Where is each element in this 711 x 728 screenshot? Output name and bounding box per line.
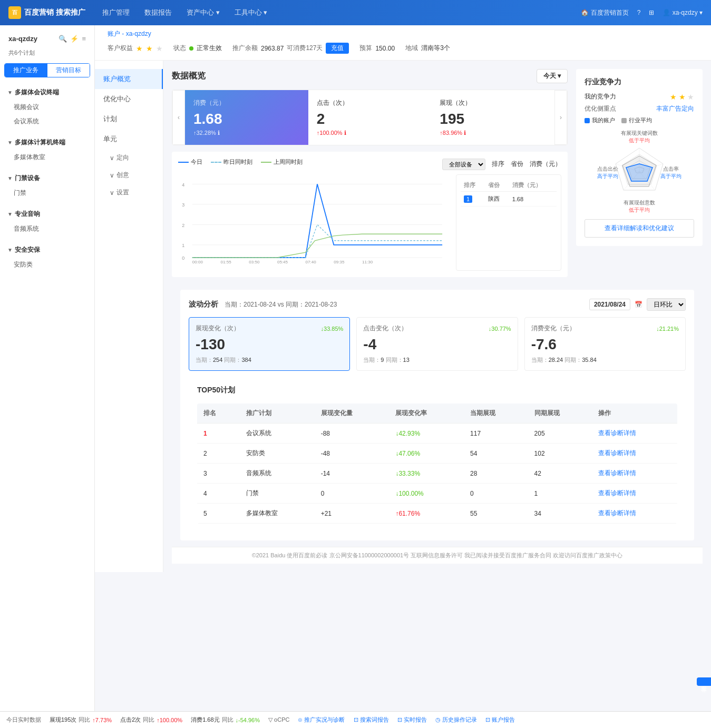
nav-item-report[interactable]: 数据报告 — [138, 5, 178, 21]
nav-help[interactable]: ? — [637, 9, 641, 16]
left-nav-targeting[interactable]: ∨ 定向 — [95, 149, 163, 166]
legend-dot-gray — [621, 118, 627, 123]
industry-detail-btn[interactable]: 查看详细解读和优化建议 — [585, 219, 694, 238]
view-diagnosis-link[interactable]: 查看诊断详情 — [598, 469, 636, 477]
left-nav-optimize[interactable]: 优化中心 — [95, 89, 163, 109]
app-logo: 百 百度营销 搜索推广 — [8, 6, 85, 19]
group-title-multimedia-computer[interactable]: ▼多媒体计算机终端 — [0, 135, 94, 150]
content-area: 账户概览 优化中心 计划 单元 ∨ 定向 ∨ 创意 ∨ 设置 — [95, 61, 711, 572]
table-row: 2 安防类 -48 ↓47.06% 54 102 查看诊断详情 — [197, 444, 677, 464]
wave-analysis-section: 波动分析 当期：2021-08-24 vs 同期：2021-08-23 2021… — [180, 290, 694, 540]
sidebar-item-security[interactable]: 安防类 — [0, 258, 94, 272]
legend-my-account: 我的账户 — [585, 116, 615, 124]
left-nav-unit[interactable]: 单元 — [95, 129, 163, 149]
left-nav-plan[interactable]: 计划 — [95, 109, 163, 129]
group-security: ▼安全安保 安防类 — [0, 239, 94, 275]
svg-text:2: 2 — [182, 223, 184, 228]
view-diagnosis-link[interactable]: 查看诊断详情 — [598, 489, 636, 497]
metric-card-impressions[interactable]: 展现（次） 195 ↑83.96% ℹ — [431, 90, 554, 145]
radar-status-keywords: 低于平均 — [621, 137, 658, 144]
current-impressions: 54 — [464, 444, 528, 464]
wave-cards: 展现变化（次） ↓33.85% -130 当期：254 同期：384 点击变化（… — [189, 317, 686, 371]
wave-card-cost[interactable]: 消费变化（元） ↓21.21% -7.6 当期：28.24 同期：35.84 — [524, 317, 686, 371]
radar-legend: 我的账户 行业平均 — [585, 116, 694, 124]
menu-icon[interactable]: ≡ — [82, 35, 86, 43]
plan-count: 共6个计划 — [0, 47, 94, 61]
search-icon[interactable]: 🔍 — [59, 35, 67, 43]
plan-name: 安防类 — [240, 444, 315, 464]
wave-card-clicks[interactable]: 点击变化（次） ↓30.77% -4 当期：9 同期：13 — [356, 317, 518, 371]
group-title-security[interactable]: ▼安全安保 — [0, 242, 94, 258]
tab-promotion-business[interactable]: 推广业务 — [5, 64, 47, 77]
date-selector[interactable]: 今天 ▾ — [537, 69, 568, 83]
sidebar-tabs: 推广业务 营销目标 — [4, 63, 90, 77]
arrow-icon-2: ▼ — [7, 140, 13, 145]
arrow-icon-5: ▼ — [7, 247, 13, 253]
nav-item-assets[interactable]: 资产中心 ▾ — [180, 5, 226, 21]
province-cell: 陕西 — [485, 192, 509, 206]
nav-home-link[interactable]: 🏠 百度营销首页 — [581, 8, 629, 17]
calendar-icon: 📅 — [635, 301, 642, 308]
breadcrumb-path: 账户 - xa-qzdzy — [108, 30, 151, 37]
sidebar-item-meeting-system[interactable]: 会议系统 — [0, 114, 94, 129]
arrow-icon-3: ▼ — [7, 175, 13, 181]
group-title-access-control[interactable]: ▼门禁设备 — [0, 171, 94, 186]
col-header-change: 展现变化量 — [315, 404, 389, 424]
legend-industry-avg: 行业平均 — [621, 116, 652, 124]
view-diagnosis-link[interactable]: 查看诊断详情 — [598, 429, 636, 437]
wave-title-left: 波动分析 当期：2021-08-24 vs 同期：2021-08-23 — [189, 300, 337, 309]
nav-item-tools[interactable]: 工具中心 ▾ — [228, 5, 274, 21]
current-impressions: 0 — [464, 484, 528, 504]
wave-card-impressions[interactable]: 展现变化（次） ↓33.85% -130 当期：254 同期：384 — [189, 317, 350, 371]
svg-text:4: 4 — [182, 182, 184, 188]
svg-text:01:55: 01:55 — [221, 260, 232, 264]
optimize-tip: 优化侧重点 丰富广告定向 — [585, 104, 694, 113]
customer-service-btn[interactable]: 客服 — [697, 677, 711, 686]
nav-item-promotion[interactable]: 推广管理 — [96, 5, 136, 21]
device-filter[interactable]: 全部设备 — [442, 159, 485, 170]
province-table: 排序 省份 消费（元） 1 — [456, 174, 561, 271]
overview-title: 数据概览 今天 ▾ — [172, 69, 568, 83]
sidebar-item-video-meeting[interactable]: 视频会议 — [0, 100, 94, 114]
wave-date-picker[interactable]: 2021/08/24 — [589, 299, 630, 310]
tab-marketing-goal[interactable]: 营销目标 — [47, 64, 90, 77]
col-header-rank: 排名 — [197, 404, 240, 424]
group-title-multimedia-conference[interactable]: ▼多媒体会议终端 — [0, 85, 94, 100]
metric-card-cost[interactable]: 消费（元） 1.68 ↑32.28% ℹ — [185, 90, 308, 145]
plan-name: 门禁 — [240, 484, 315, 504]
star-3: ★ — [156, 44, 163, 53]
view-diagnosis-link[interactable]: 查看诊断详情 — [598, 449, 636, 457]
legend-today: 今日 — [178, 158, 202, 166]
sidebar-item-multimedia-classroom[interactable]: 多媒体教室 — [0, 150, 94, 164]
charge-button[interactable]: 充值 — [326, 43, 349, 54]
nav-grid[interactable]: ⊞ — [649, 9, 654, 16]
metric-card-clicks[interactable]: 点击（次） 2 ↑100.00% ℹ — [308, 90, 432, 145]
sidebar-username: xa-qzdzy — [8, 35, 37, 43]
radar-svg — [613, 145, 666, 198]
sidebar-item-audio-system[interactable]: 音频系统 — [0, 222, 94, 236]
svg-text:0: 0 — [182, 255, 184, 261]
account-status: 状态 正常生效 — [173, 44, 222, 53]
left-nav-settings[interactable]: ∨ 设置 — [95, 184, 163, 201]
rank-number: 1 — [203, 430, 207, 437]
nav-user[interactable]: 👤 xa-qzdzy ▾ — [663, 9, 703, 16]
current-impressions: 28 — [464, 464, 528, 484]
wave-type-selector[interactable]: 日环比 — [647, 298, 686, 311]
sidebar-item-access[interactable]: 门禁 — [0, 186, 94, 200]
breadcrumb: 账户 - xa-qzdzy — [108, 29, 698, 38]
data-overview-section: 数据概览 今天 ▾ ‹ 消费（元） 1.68 — [163, 61, 711, 572]
left-nav-creative[interactable]: ∨ 创意 — [95, 166, 163, 184]
view-diagnosis-link[interactable]: 查看诊断详情 — [598, 509, 636, 517]
metrics-next-btn[interactable]: › — [554, 90, 567, 145]
radar-label-keywords: 有展现关键词数 — [621, 130, 658, 137]
top50-table: 排名 推广计划 展现变化量 展现变化率 当期展现 同期展现 操作 — [197, 404, 677, 524]
change-rate: ↑61.76% — [389, 504, 464, 524]
filter-icon[interactable]: ⚡ — [70, 35, 79, 43]
change-amount: -48 — [315, 444, 389, 464]
group-title-audio[interactable]: ▼专业音响 — [0, 206, 94, 222]
metrics-prev-btn[interactable]: ‹ — [172, 90, 185, 145]
star-2: ★ — [146, 44, 153, 53]
svg-text:00:00: 00:00 — [192, 260, 203, 264]
change-amount: -88 — [315, 424, 389, 444]
left-nav-overview[interactable]: 账户概览 — [95, 69, 163, 89]
